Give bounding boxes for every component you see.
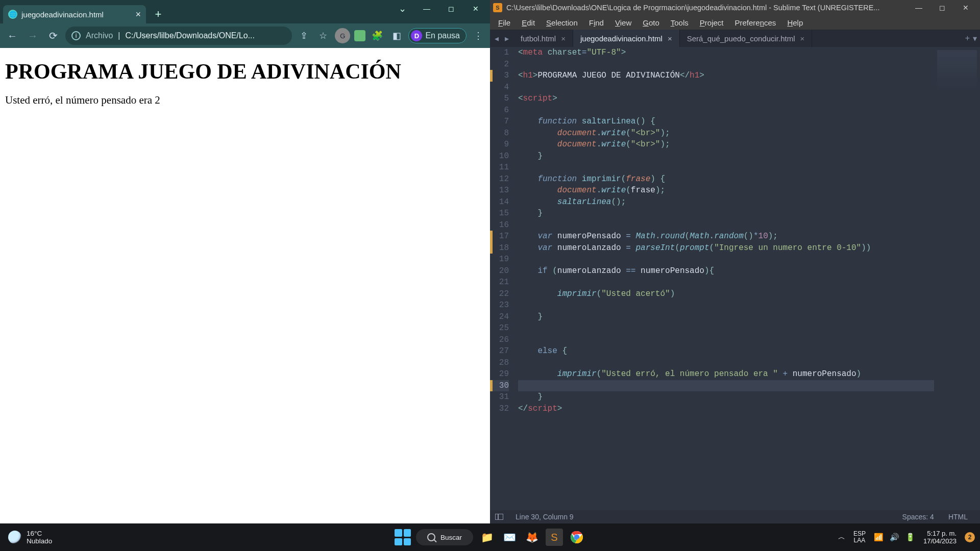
menu-file[interactable]: File bbox=[493, 16, 516, 29]
chrome-tabstrip: 🌐 juegodeadivinacion.html × + ⌄ — ◻ ✕ bbox=[0, 0, 490, 23]
omnibox-separator: | bbox=[118, 31, 120, 40]
tab-nav-prev-icon[interactable]: ◂ bbox=[492, 34, 501, 43]
window-minimize-button[interactable]: — bbox=[415, 1, 438, 16]
taskbar-chrome-icon[interactable] bbox=[568, 529, 585, 546]
forward-button[interactable]: → bbox=[24, 28, 41, 44]
battery-icon[interactable]: 🔋 bbox=[905, 533, 915, 542]
taskbar-weather[interactable]: 16°C Nublado bbox=[0, 530, 52, 545]
tab-close-icon[interactable]: × bbox=[800, 34, 805, 43]
menu-edit[interactable]: Edit bbox=[517, 16, 540, 29]
chrome-window: 🌐 juegodeadivinacion.html × + ⌄ — ◻ ✕ ← … bbox=[0, 0, 490, 523]
language-indicator[interactable]: ESP LAA bbox=[853, 531, 866, 544]
reload-button[interactable]: ⟳ bbox=[45, 28, 61, 44]
sublime-window-controls: — ◻ ✕ bbox=[908, 1, 977, 15]
windows-taskbar: 16°C Nublado Buscar 📁 ✉️ 🦊 S ︿ ESP LAA 📶… bbox=[0, 523, 980, 551]
tab-nav-next-icon[interactable]: ▸ bbox=[502, 34, 511, 43]
sublime-app-icon: S bbox=[493, 3, 502, 12]
window-maximize-button[interactable]: ◻ bbox=[440, 1, 462, 16]
share-icon[interactable]: ⇪ bbox=[296, 28, 311, 43]
taskbar-mail-icon[interactable]: ✉️ bbox=[501, 529, 518, 546]
menu-preferences[interactable]: Preferences bbox=[729, 16, 781, 29]
taskbar-clock[interactable]: 5:17 p. m. 17/04/2023 bbox=[923, 530, 957, 545]
panel-toggle-icon[interactable] bbox=[495, 514, 503, 520]
sublime-titlebar: S C:\Users\lilbe\Downloads\ONE\Logica de… bbox=[490, 0, 980, 15]
tab-title: juegodeadivinacion.html bbox=[21, 10, 104, 19]
bookmark-star-icon[interactable]: ☆ bbox=[315, 28, 331, 43]
profile-chip[interactable]: D En pausa bbox=[408, 28, 467, 43]
start-button[interactable] bbox=[395, 529, 411, 545]
site-info-icon[interactable]: i bbox=[71, 31, 81, 40]
taskbar-search[interactable]: Buscar bbox=[416, 529, 473, 545]
clock-time: 5:17 p. m. bbox=[923, 530, 957, 537]
window-close-button[interactable]: ✕ bbox=[464, 1, 487, 16]
clock-date: 17/04/2023 bbox=[923, 537, 957, 545]
taskbar-explorer-icon[interactable]: 📁 bbox=[478, 529, 496, 546]
profile-status-label: En pausa bbox=[425, 31, 460, 40]
weather-cloud-icon bbox=[8, 531, 21, 544]
editor-tab-label: futbol.html bbox=[521, 34, 556, 43]
weather-condition: Nublado bbox=[27, 537, 52, 545]
extensions-puzzle-icon[interactable]: 🧩 bbox=[370, 28, 385, 43]
menu-find[interactable]: Find bbox=[584, 16, 609, 29]
taskbar-firefox-icon[interactable]: 🦊 bbox=[523, 529, 541, 546]
search-icon bbox=[427, 533, 435, 541]
sidepanel-icon[interactable]: ◧ bbox=[389, 28, 404, 43]
omnibox-scheme: Archivo bbox=[86, 31, 113, 40]
chrome-window-controls: ⌄ — ◻ ✕ bbox=[391, 1, 487, 16]
sublime-editor[interactable]: 1234567891011121314151617181920212223242… bbox=[490, 47, 980, 510]
menu-selection[interactable]: Selection bbox=[541, 16, 583, 29]
tab-dropdown-icon[interactable]: ▾ bbox=[973, 34, 977, 43]
editor-tab-label: Será_qué_puedo_conducir.html bbox=[687, 34, 795, 43]
tab-close-icon[interactable]: × bbox=[668, 34, 672, 43]
menu-goto[interactable]: Goto bbox=[638, 16, 665, 29]
menu-view[interactable]: View bbox=[610, 16, 636, 29]
omnibox-url: C:/Users/lilbe/Downloads/ONE/Lo... bbox=[126, 31, 286, 40]
chrome-tab-active[interactable]: 🌐 juegodeadivinacion.html × bbox=[3, 5, 146, 23]
chrome-page-viewport: PROGRAMA JUEGO DE ADIVINACIÓN Usted erró… bbox=[0, 48, 490, 523]
chrome-toolbar: ← → ⟳ i Archivo | C:/Users/lilbe/Downloa… bbox=[0, 23, 490, 48]
tabsearch-chevron-icon[interactable]: ⌄ bbox=[391, 1, 413, 16]
profile-avatar: D bbox=[411, 30, 422, 41]
search-placeholder: Buscar bbox=[440, 534, 462, 541]
sublime-statusbar: Line 30, Column 9 Spaces: 4 HTML bbox=[490, 510, 980, 523]
status-position[interactable]: Line 30, Column 9 bbox=[508, 513, 581, 521]
omnibox[interactable]: i Archivo | C:/Users/lilbe/Downloads/ONE… bbox=[65, 27, 292, 45]
menu-tools[interactable]: Tools bbox=[666, 16, 694, 29]
new-tab-plus-icon[interactable]: + bbox=[965, 34, 970, 43]
notification-badge[interactable]: 2 bbox=[965, 532, 975, 542]
sublime-window: S C:\Users\lilbe\Downloads\ONE\Logica de… bbox=[490, 0, 980, 523]
weather-temp: 16°C bbox=[27, 530, 52, 537]
menu-project[interactable]: Project bbox=[695, 16, 729, 29]
window-maximize-button[interactable]: ◻ bbox=[931, 1, 953, 15]
taskbar-sublime-icon[interactable]: S bbox=[546, 529, 563, 546]
editor-tab-label: juegodeadivinacion.html bbox=[580, 34, 663, 43]
volume-icon[interactable]: 🔊 bbox=[890, 533, 899, 542]
extension-square-icon[interactable] bbox=[354, 30, 365, 41]
window-minimize-button[interactable]: — bbox=[908, 1, 930, 15]
new-tab-button[interactable]: + bbox=[151, 7, 165, 21]
sublime-window-title: C:\Users\lilbe\Downloads\ONE\Logica de P… bbox=[506, 4, 908, 12]
system-tray[interactable]: 📶 🔊 🔋 bbox=[874, 533, 915, 542]
menu-help[interactable]: Help bbox=[782, 16, 808, 29]
kebab-menu-icon[interactable]: ⋮ bbox=[471, 28, 486, 43]
editor-tab-juego[interactable]: juegodeadivinacion.html × bbox=[573, 30, 680, 47]
line-number-gutter[interactable]: 1234567891011121314151617181920212223242… bbox=[493, 47, 513, 510]
minimap[interactable] bbox=[934, 47, 980, 510]
wifi-icon[interactable]: 📶 bbox=[874, 533, 884, 542]
editor-tab-conducir[interactable]: Será_qué_puedo_conducir.html × bbox=[680, 30, 813, 47]
globe-icon: 🌐 bbox=[8, 10, 17, 19]
extension-circle-icon[interactable]: G bbox=[335, 28, 350, 43]
lang-line2: LAA bbox=[853, 537, 866, 544]
tab-close-icon[interactable]: × bbox=[561, 34, 566, 43]
page-result-text: Usted erró, el número pensado era 2 bbox=[5, 94, 485, 107]
code-area[interactable]: <meta charset="UTF-8"> <h1>PROGRAMA JUEG… bbox=[513, 47, 934, 510]
tray-overflow-chevron-icon[interactable]: ︿ bbox=[838, 533, 845, 542]
window-close-button[interactable]: ✕ bbox=[954, 1, 977, 15]
editor-tab-futbol[interactable]: futbol.html × bbox=[513, 30, 573, 47]
back-button[interactable]: ← bbox=[4, 28, 20, 44]
status-syntax[interactable]: HTML bbox=[941, 513, 975, 521]
sublime-menubar: File Edit Selection Find View Goto Tools… bbox=[490, 15, 980, 30]
tab-close-icon[interactable]: × bbox=[135, 9, 141, 20]
sublime-tabbar: ◂ ▸ futbol.html × juegodeadivinacion.htm… bbox=[490, 30, 980, 47]
status-indent[interactable]: Spaces: 4 bbox=[895, 513, 941, 521]
